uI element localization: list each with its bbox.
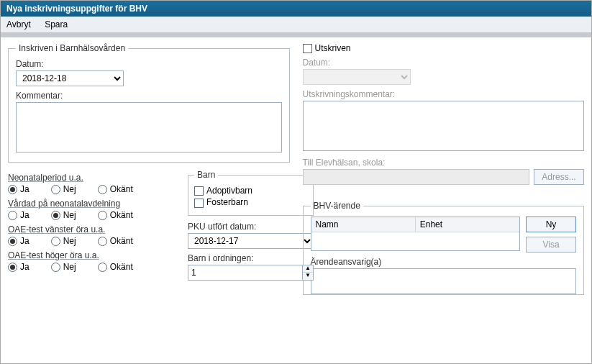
barn-ordning-spinner[interactable]: ▲ ▼: [188, 265, 314, 281]
spin-down-icon[interactable]: ▼: [303, 273, 313, 280]
group-oaeh-label: OAE-test höger öra u.a.: [8, 250, 173, 260]
col-enhet[interactable]: Enhet: [416, 217, 519, 232]
radio-oaeh-okant[interactable]: Okänt: [98, 262, 133, 272]
group-vardad: Ja Nej Okänt: [8, 210, 173, 220]
radio-vardad-ja[interactable]: Ja: [8, 210, 29, 220]
radio-oaeh-ja[interactable]: Ja: [8, 262, 29, 272]
legend-barn: Barn: [194, 170, 218, 180]
ny-button[interactable]: Ny: [526, 217, 576, 232]
legend-inskriven: Inskriven i Barnhälsovården: [16, 43, 128, 53]
utskriven-kommentar-textarea[interactable]: [303, 101, 585, 151]
group-neonatal: Ja Nej Okänt: [8, 184, 173, 194]
checkbox-utskriven[interactable]: Utskriven: [303, 43, 585, 53]
radio-oaev-okant[interactable]: Okänt: [98, 236, 133, 246]
group-oaev: Ja Nej Okänt: [8, 236, 173, 246]
inskriven-datum-select[interactable]: 2018-12-18: [16, 70, 124, 86]
radio-neonatal-ja[interactable]: Ja: [8, 184, 29, 194]
radio-neonatal-nej[interactable]: Nej: [51, 184, 76, 194]
menu-cancel[interactable]: Avbryt: [6, 19, 31, 29]
label-kommentar: Kommentar:: [16, 91, 282, 101]
radio-oaev-ja[interactable]: Ja: [8, 236, 29, 246]
label-ordning: Barn i ordningen:: [188, 253, 314, 263]
radio-oaev-nej[interactable]: Nej: [51, 236, 76, 246]
inskriven-kommentar-textarea[interactable]: [16, 102, 282, 153]
menubar: Avbryt Spara: [1, 17, 591, 33]
label-utskriven-datum: Datum:: [303, 58, 585, 68]
radio-neonatal-okant[interactable]: Okänt: [98, 184, 133, 194]
group-oaev-label: OAE-test vänster öra u.a.: [8, 224, 173, 235]
radio-vardad-nej[interactable]: Nej: [51, 210, 76, 220]
visa-button[interactable]: Visa: [526, 237, 576, 252]
checkbox-fosterbarn[interactable]: Fosterbarn: [194, 197, 307, 207]
fieldset-barn: Barn Adoptivbarn Fosterbarn: [188, 170, 314, 216]
legend-arende: BHV-ärende: [311, 201, 363, 211]
checkbox-adoptivbarn[interactable]: Adoptivbarn: [194, 186, 307, 196]
arende-listbox[interactable]: Namn Enhet: [311, 217, 521, 251]
pku-datum-select[interactable]: 2018-12-17: [188, 233, 314, 249]
window-titlebar: Nya inskrivningsuppgifter för BHV: [1, 1, 591, 17]
skola-field: [303, 169, 530, 185]
col-namn[interactable]: Namn: [311, 217, 416, 232]
label-pku: PKU utfört datum:: [188, 222, 314, 232]
radio-oaeh-nej[interactable]: Nej: [51, 262, 76, 272]
group-vardad-label: Vårdad på neonatalavdelning: [8, 199, 173, 209]
adress-button[interactable]: Adress...: [534, 169, 584, 185]
group-neonatal-label: Neonatalperiod u.a.: [8, 173, 173, 183]
menu-save[interactable]: Spara: [45, 19, 68, 29]
label-utskriven-kommentar: Utskrivningskommentar:: [303, 89, 585, 99]
utskriven-datum-select: [303, 69, 411, 85]
label-ansvarig: Ärendeansvarig(a): [311, 257, 577, 267]
label-datum: Datum:: [16, 59, 282, 69]
ansvarig-listbox[interactable]: [311, 268, 577, 294]
radio-vardad-okant[interactable]: Okänt: [98, 210, 133, 220]
group-oaeh: Ja Nej Okänt: [8, 262, 173, 272]
label-skola: Till Elevhälsan, skola:: [303, 158, 585, 168]
fieldset-arende: BHV-ärende Namn Enhet Ny Visa Ärendeansv…: [303, 201, 585, 295]
fieldset-inskriven: Inskriven i Barnhälsovården Datum: 2018-…: [8, 43, 290, 163]
barn-ordning-input[interactable]: [188, 265, 302, 281]
